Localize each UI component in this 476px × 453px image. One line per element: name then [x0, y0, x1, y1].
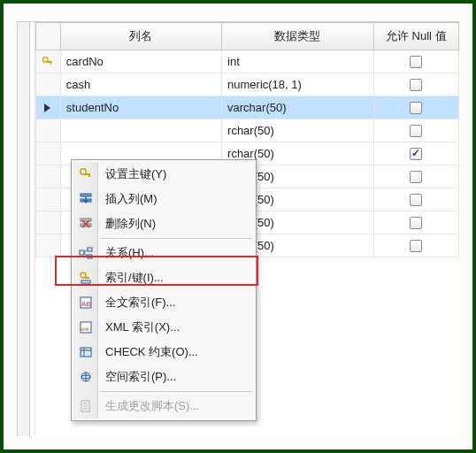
row-gutter[interactable]: [36, 188, 61, 211]
allow-null-checkbox[interactable]: [410, 102, 422, 114]
header-gutter: [36, 23, 61, 50]
svg-rect-6: [88, 173, 90, 177]
cell-allow-null[interactable]: [373, 188, 458, 211]
menu-item-insert[interactable]: 插入列(M): [73, 187, 254, 211]
allow-null-checkbox[interactable]: [410, 79, 422, 91]
row-pointer-icon: [36, 103, 60, 113]
menu-item-fulltext[interactable]: AB全文索引(F)...: [73, 290, 254, 315]
row-gutter[interactable]: [36, 50, 61, 73]
menu-item-delete[interactable]: 删除列(N): [73, 211, 254, 236]
cell-allow-null[interactable]: [373, 96, 458, 119]
cell-allow-null[interactable]: [373, 73, 458, 96]
cell-allow-null[interactable]: [373, 211, 458, 234]
svg-marker-3: [44, 104, 50, 112]
allow-null-checkbox[interactable]: [410, 240, 422, 252]
allow-null-checkbox[interactable]: [410, 217, 422, 229]
primary-key-icon: [36, 56, 60, 68]
window-frame: 列名 数据类型 允许 Null 值 cardNointcashnumeric(1…: [0, 0, 476, 453]
allow-null-checkbox[interactable]: [410, 125, 422, 137]
svg-rect-21: [85, 277, 89, 279]
cell-datatype[interactable]: int: [222, 50, 373, 73]
row-gutter[interactable]: [36, 234, 61, 257]
menu-separator: [100, 391, 252, 392]
menu-item-label: 关系(H)...: [105, 246, 154, 259]
menu-item-xml[interactable]: xmlXML 索引(X)...: [73, 315, 254, 340]
table-row[interactable]: studentNovarchar(50): [36, 96, 459, 119]
svg-text:AB: AB: [81, 300, 91, 308]
fulltext-icon: AB: [77, 294, 95, 311]
menu-item-label: 设置主键(Y): [105, 167, 166, 180]
svg-rect-2: [50, 61, 52, 65]
row-gutter[interactable]: [36, 73, 61, 96]
menu-item-label: 插入列(M): [105, 192, 157, 205]
menu-item-label: 全文索引(F)...: [105, 296, 175, 309]
svg-line-18: [84, 250, 88, 253]
menu-item-relation[interactable]: 关系(H)...: [73, 241, 254, 265]
row-gutter[interactable]: [36, 142, 61, 165]
menu-item-label: 空间索引(P)...: [105, 370, 176, 383]
menu-item-key[interactable]: 设置主键(Y): [73, 162, 254, 187]
menu-item-label: CHECK 约束(O)...: [105, 345, 198, 358]
cell-allow-null[interactable]: [373, 165, 458, 188]
cell-allow-null[interactable]: [373, 142, 458, 165]
context-menu: 设置主键(Y)插入列(M)删除列(N)关系(H)...索引/键(I)...AB全…: [71, 159, 257, 421]
relation-icon: [77, 244, 95, 262]
menu-item-label: 生成更改脚本(S)...: [105, 399, 199, 412]
left-strip: [18, 22, 30, 436]
cell-column-name[interactable]: cash: [60, 73, 221, 96]
cell-column-name[interactable]: cardNo: [60, 50, 221, 73]
svg-rect-27: [81, 348, 91, 357]
menu-item-spatial[interactable]: 空间索引(P)...: [73, 365, 254, 389]
table-designer-panel: 列名 数据类型 允许 Null 值 cardNointcashnumeric(1…: [17, 21, 459, 436]
allow-null-checkbox[interactable]: [410, 194, 422, 206]
row-gutter[interactable]: [36, 119, 61, 142]
xml-icon: xml: [77, 319, 95, 336]
row-gutter[interactable]: [36, 165, 61, 188]
menu-item-label: 删除列(N): [105, 217, 156, 230]
row-gutter[interactable]: [36, 96, 61, 119]
allow-null-checkbox[interactable]: [410, 56, 422, 68]
menu-item-label: XML 索引(X)...: [105, 320, 180, 334]
cell-datatype[interactable]: varchar(50): [222, 96, 373, 119]
cell-allow-null[interactable]: [373, 119, 458, 142]
header-allow-null[interactable]: 允许 Null 值: [373, 23, 458, 50]
check-icon: [77, 343, 95, 361]
insert-icon: [77, 190, 95, 208]
svg-rect-17: [88, 255, 92, 258]
cell-column-name[interactable]: [60, 119, 221, 142]
index-icon: [77, 269, 95, 287]
cell-allow-null[interactable]: [373, 234, 458, 257]
svg-line-19: [84, 253, 88, 257]
table-row[interactable]: cardNoint: [36, 50, 459, 73]
cell-datatype[interactable]: numeric(18, 1): [222, 73, 373, 96]
table-row[interactable]: rchar(50): [36, 119, 459, 142]
menu-separator: [100, 238, 252, 239]
script-icon: [77, 397, 95, 415]
svg-rect-22: [81, 280, 90, 283]
allow-null-checkbox[interactable]: [410, 148, 422, 160]
key-icon: [77, 165, 95, 183]
svg-rect-16: [88, 248, 92, 251]
menu-item-script: 生成更改脚本(S)...: [73, 394, 254, 418]
cell-column-name[interactable]: studentNo: [60, 96, 221, 119]
header-row: 列名 数据类型 允许 Null 值: [36, 23, 459, 50]
row-gutter[interactable]: [36, 211, 61, 234]
header-column-name[interactable]: 列名: [60, 23, 221, 50]
menu-item-index[interactable]: 索引/键(I)...: [73, 265, 254, 290]
menu-item-check[interactable]: CHECK 约束(O)...: [73, 340, 254, 365]
cell-allow-null[interactable]: [373, 50, 458, 73]
svg-text:xml: xml: [81, 326, 88, 332]
allow-null-checkbox[interactable]: [410, 171, 422, 183]
svg-rect-7: [81, 194, 91, 196]
cell-datatype[interactable]: rchar(50): [222, 119, 373, 142]
table-row[interactable]: cashnumeric(18, 1): [36, 73, 459, 96]
svg-rect-15: [80, 250, 84, 255]
menu-item-label: 索引/键(I)...: [105, 271, 164, 284]
delete-icon: [77, 215, 95, 233]
spatial-icon: [77, 368, 95, 386]
header-datatype[interactable]: 数据类型: [222, 23, 373, 50]
